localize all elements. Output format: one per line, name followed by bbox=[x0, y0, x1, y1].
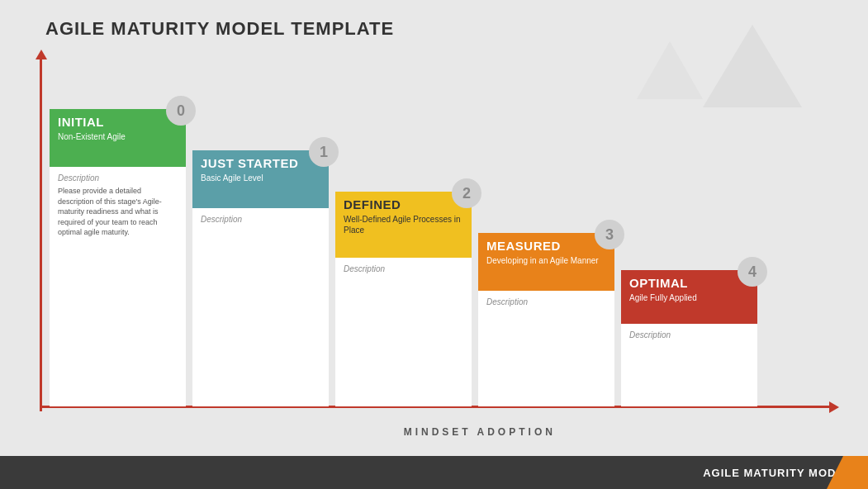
card-2-label: Description bbox=[344, 264, 463, 273]
card-measured: 3 MEASURED Developing in an Agile Manner… bbox=[478, 233, 614, 406]
bg-triangle-right bbox=[703, 25, 802, 107]
card-defined: 2 DEFINED Well-Defined Agile Processes i… bbox=[335, 192, 472, 406]
card-0-header: INITIAL Non-Existent Agile bbox=[50, 109, 186, 167]
card-3-subtitle: Developing in an Agile Manner bbox=[486, 255, 606, 266]
card-2-title: DEFINED bbox=[344, 198, 463, 212]
y-axis-arrow bbox=[40, 56, 42, 411]
card-0-label: Description bbox=[58, 173, 178, 183]
card-2-header: DEFINED Well-Defined Agile Processes in … bbox=[335, 192, 472, 258]
cards-container: 0 INITIAL Non-Existent Agile Description… bbox=[50, 109, 757, 406]
card-4-label: Description bbox=[629, 330, 749, 339]
card-4-body: Description bbox=[621, 324, 757, 406]
card-3-label: Description bbox=[486, 297, 606, 306]
card-initial: 0 INITIAL Non-Existent Agile Description… bbox=[50, 109, 186, 406]
badge-1: 1 bbox=[309, 137, 339, 167]
card-3-header: MEASURED Developing in an Agile Manner bbox=[478, 233, 614, 291]
bg-triangle-left bbox=[637, 41, 703, 99]
card-just-started: 1 JUST STARTED Basic Agile Level Descrip… bbox=[192, 150, 329, 406]
card-1-title: JUST STARTED bbox=[201, 157, 320, 171]
footer-text: AGILE MATURITY MODEL bbox=[703, 467, 851, 479]
card-0-description: Please provide a detailed description of… bbox=[58, 186, 178, 238]
card-0-subtitle: Non-Existent Agile bbox=[58, 131, 178, 142]
x-axis-label: MINDSET ADOPTION bbox=[404, 426, 556, 438]
page-title: AGILE MATURITY MODEL TEMPLATE bbox=[45, 18, 394, 40]
footer-bar: AGILE MATURITY MODEL bbox=[0, 456, 868, 489]
card-2-body: Description bbox=[335, 258, 472, 406]
card-4-subtitle: Agile Fully Applied bbox=[629, 292, 749, 303]
card-1-subtitle: Basic Agile Level bbox=[201, 173, 320, 183]
card-3-title: MEASURED bbox=[486, 240, 606, 254]
card-2-subtitle: Well-Defined Agile Processes in Place bbox=[344, 214, 463, 235]
card-3-body: Description bbox=[478, 291, 614, 406]
main-container: AGILE MATURITY MODEL TEMPLATE ORGANIZATI… bbox=[0, 0, 868, 489]
badge-0: 0 bbox=[166, 96, 196, 126]
card-4-header: OPTIMAL Agile Fully Applied bbox=[621, 270, 757, 324]
badge-2: 2 bbox=[452, 178, 481, 208]
badge-4: 4 bbox=[738, 257, 767, 287]
card-0-title: INITIAL bbox=[58, 116, 178, 130]
card-1-header: JUST STARTED Basic Agile Level bbox=[192, 150, 329, 208]
card-optimal: 4 OPTIMAL Agile Fully Applied Descriptio… bbox=[621, 270, 757, 406]
card-1-label: Description bbox=[201, 215, 320, 224]
card-0-body: Description Please provide a detailed de… bbox=[50, 167, 186, 406]
card-4-title: OPTIMAL bbox=[629, 277, 749, 291]
badge-3: 3 bbox=[595, 220, 624, 249]
card-1-body: Description bbox=[192, 208, 329, 406]
